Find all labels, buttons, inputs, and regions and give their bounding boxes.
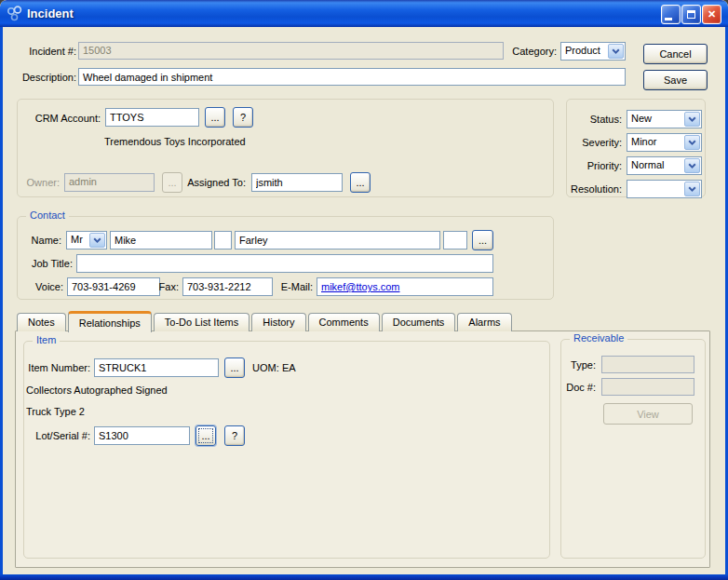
item-number-browse-button[interactable]: ... — [224, 357, 245, 378]
email-link[interactable]: mikef@ttoys.com — [321, 281, 400, 292]
contact-name-label: Name: — [17, 235, 61, 246]
contact-groupbox-title: Contact — [26, 209, 69, 221]
suffix-field[interactable] — [443, 231, 467, 250]
severity-select[interactable]: Minor — [627, 133, 702, 152]
tab-comments[interactable]: Comments — [308, 313, 380, 331]
email-label: E-Mail: — [274, 281, 313, 292]
chevron-down-icon — [684, 182, 700, 196]
item-number-field[interactable] — [94, 358, 219, 377]
item-number-label: Item Number: — [23, 362, 90, 373]
owner-label: Owner: — [19, 177, 60, 188]
contact-browse-button[interactable]: ... — [472, 230, 493, 250]
uom-label: UOM: — [252, 362, 279, 373]
tab-documents[interactable]: Documents — [382, 313, 456, 331]
assigned-to-browse-button[interactable]: ... — [350, 172, 371, 193]
receivable-groupbox-title: Receivable — [570, 332, 627, 344]
owner-field: admin — [64, 173, 155, 192]
item-groupbox-title: Item — [33, 334, 60, 345]
cancel-button[interactable]: Cancel — [643, 44, 708, 64]
lot-serial-help-button[interactable]: ? — [224, 425, 245, 446]
crm-account-browse-button[interactable]: ... — [205, 107, 225, 128]
middle-initial-field[interactable] — [214, 231, 232, 250]
tab-strip: Notes Relationships To-Do List Items His… — [17, 310, 514, 331]
email-field[interactable]: mikef@ttoys.com — [317, 277, 493, 296]
receivable-type-label: Type: — [555, 359, 596, 371]
lot-serial-field[interactable] — [94, 426, 190, 445]
chevron-down-icon — [89, 233, 105, 248]
chevron-down-icon — [684, 158, 700, 173]
fax-field[interactable] — [182, 277, 273, 296]
lot-serial-browse-button[interactable]: ... — [195, 425, 216, 446]
maximize-icon[interactable] — [681, 5, 701, 24]
salutation-select[interactable]: Mr — [66, 231, 107, 250]
window-titlebar[interactable]: Incident ✕ — [0, 0, 728, 27]
status-value: New — [627, 111, 683, 128]
voice-field[interactable] — [67, 277, 160, 296]
job-title-label: Job Title: — [17, 258, 73, 269]
category-value: Product — [561, 43, 607, 60]
crm-account-label: CRM Account: — [19, 113, 101, 124]
fax-label: Fax: — [156, 281, 179, 292]
status-label: Status: — [549, 114, 622, 125]
last-name-field[interactable] — [235, 231, 440, 250]
receivable-type-field — [601, 356, 694, 373]
window-border-bottom — [0, 574, 728, 580]
severity-value: Minor — [627, 134, 683, 151]
resolution-label: Resolution: — [549, 183, 622, 195]
receivable-doc-field — [601, 378, 694, 396]
priority-select[interactable]: Normal — [627, 156, 702, 175]
priority-value: Normal — [627, 157, 683, 174]
receivable-doc-label: Doc #: — [551, 382, 596, 393]
save-button[interactable]: Save — [643, 70, 708, 90]
app-icon — [7, 6, 22, 21]
description-field[interactable] — [78, 68, 626, 86]
severity-label: Severity: — [549, 137, 622, 148]
tab-alarms[interactable]: Alarms — [457, 313, 511, 331]
item-description-line1: Collectors Autographed Signed — [26, 384, 168, 396]
tab-todo-list-items[interactable]: To-Do List Items — [154, 313, 249, 331]
chevron-down-icon — [608, 44, 624, 59]
assigned-to-field[interactable] — [251, 173, 343, 192]
view-button: View — [603, 403, 693, 425]
account-name-text: Tremendous Toys Incorporated — [104, 136, 246, 147]
lot-serial-label: Lot/Serial #: — [23, 430, 90, 441]
assigned-to-label: Assigned To: — [184, 177, 246, 188]
chevron-down-icon — [684, 135, 700, 150]
chevron-down-icon — [684, 112, 700, 127]
resolution-select[interactable] — [627, 180, 702, 198]
minimize-icon[interactable] — [661, 5, 681, 24]
owner-browse-button: ... — [162, 172, 182, 193]
incident-number-field: 15003 — [78, 42, 504, 60]
status-select[interactable]: New — [627, 110, 702, 128]
crm-account-help-button[interactable]: ? — [233, 107, 253, 128]
description-label: Description: — [17, 72, 76, 83]
crm-account-field[interactable] — [105, 108, 199, 127]
close-icon[interactable]: ✕ — [702, 5, 721, 24]
category-label: Category: — [503, 46, 557, 57]
tab-notes[interactable]: Notes — [17, 313, 66, 331]
incident-number-label: Incident #: — [9, 46, 76, 57]
salutation-value: Mr — [67, 232, 88, 249]
job-title-field[interactable] — [76, 254, 493, 273]
incident-window: Incident ✕ Incident #: 15003 Category: P… — [0, 0, 728, 580]
tab-relationships[interactable]: Relationships — [68, 311, 152, 332]
window-title: Incident — [27, 7, 74, 20]
tab-history[interactable]: History — [251, 313, 305, 331]
voice-label: Voice: — [17, 281, 63, 292]
resolution-value — [627, 181, 683, 197]
uom-value: EA — [282, 362, 296, 373]
window-border-left — [0, 27, 3, 580]
category-select[interactable]: Product — [560, 42, 626, 61]
priority-label: Priority: — [549, 160, 622, 171]
item-description-line2: Truck Type 2 — [26, 406, 85, 417]
first-name-field[interactable] — [110, 231, 212, 250]
